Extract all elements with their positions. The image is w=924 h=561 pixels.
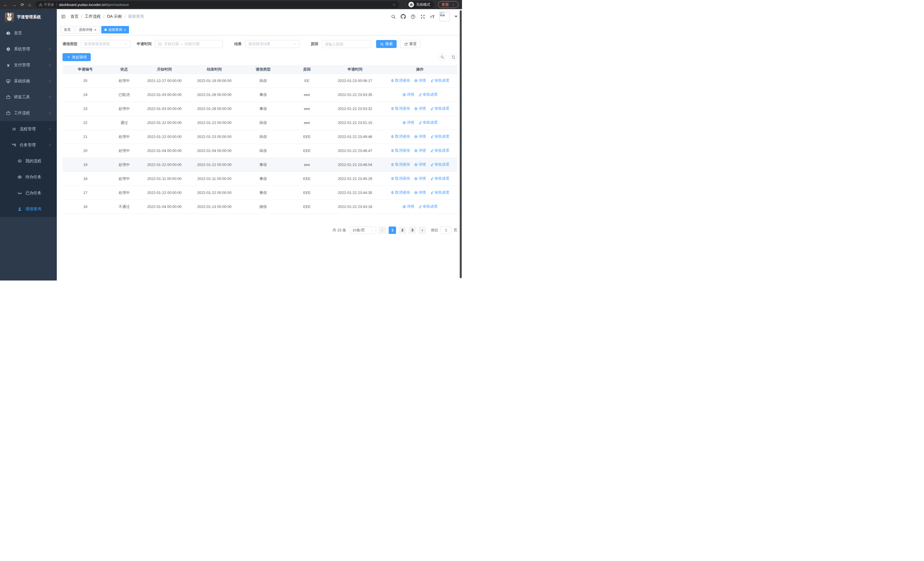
action-progress[interactable]: 审批进度 <box>430 162 450 167</box>
action-detail[interactable]: 详情 <box>414 148 426 153</box>
github-icon[interactable] <box>400 14 406 19</box>
table-refresh-icon[interactable] <box>450 53 458 61</box>
apply-time-range-picker[interactable]: 开始日期 - 结束日期 <box>155 40 223 48</box>
sidebar-item-label: 系统管理 <box>14 47 30 52</box>
action-progress[interactable]: 审批进度 <box>430 176 450 181</box>
action-cancel[interactable]: 取消请假 <box>391 190 410 195</box>
action-progress[interactable]: 审批进度 <box>430 78 450 83</box>
tab-请假查询[interactable]: 请假查询× <box>101 26 129 33</box>
action-cancel[interactable]: 取消请假 <box>391 106 410 111</box>
goto-page-input[interactable] <box>440 227 452 234</box>
table-cell: 2021-12-27 00:00:00 <box>140 74 189 88</box>
browser-update-button[interactable]: 更新 ⋮ <box>438 1 459 8</box>
create-leave-button[interactable]: ＋ 发起请假 <box>63 53 91 61</box>
help-icon[interactable] <box>411 14 416 19</box>
view-icon <box>414 191 418 194</box>
table-cell: 病假 <box>240 130 286 144</box>
action-detail[interactable]: 详情 <box>414 134 426 139</box>
leave-type-select[interactable]: 请选择请假类型 <box>81 40 130 48</box>
table-row: 17处理中2022-01-22 00:00:002022-01-22 00:00… <box>63 186 458 200</box>
sidebar-item-done-tasks[interactable]: 已办任务 <box>0 185 57 201</box>
action-progress[interactable]: 审批进度 <box>418 120 438 125</box>
user-icon <box>17 207 22 211</box>
sidebar-item-process-mgmt[interactable]: 流程管理 <box>0 121 57 137</box>
sidebar-item-workflow[interactable]: 工作流程 <box>0 105 57 121</box>
tab-流程详情[interactable]: 流程详情× <box>76 26 100 33</box>
bookmark-star-icon[interactable]: ☆ <box>392 2 396 7</box>
table-search-icon[interactable] <box>438 53 446 61</box>
page-button-2[interactable]: 2 <box>399 227 406 234</box>
sidebar-item-home[interactable]: 首页 <box>0 25 57 41</box>
browser-menu-icon[interactable]: ⋮ <box>452 3 455 7</box>
avatar-caret-icon[interactable] <box>454 16 458 17</box>
home-icon[interactable]: ⌂ <box>28 3 31 7</box>
page-button-3[interactable]: 3 <box>409 227 416 234</box>
forward-icon[interactable]: → <box>12 3 16 7</box>
result-select[interactable]: 请选择流结果 <box>245 40 299 48</box>
table-cell: eee <box>286 158 328 171</box>
url-bar[interactable]: 不安全 dashboard.yudao.iocoder.cn/bpm/oa/le… <box>35 1 399 8</box>
breadcrumb-item: 请假查询 <box>128 14 144 19</box>
breadcrumb-item[interactable]: 工作流程 <box>85 14 101 19</box>
action-progress[interactable]: 审批进度 <box>430 148 450 153</box>
close-icon[interactable]: × <box>94 28 96 32</box>
sidebar-item-todo-tasks[interactable]: 待办任务 <box>0 169 57 185</box>
action-detail[interactable]: 详情 <box>402 204 414 209</box>
table-cell: 处理中 <box>108 144 140 158</box>
fullscreen-icon[interactable] <box>420 14 425 19</box>
reload-icon[interactable]: ⟳ <box>21 3 24 7</box>
reset-button[interactable]: 重置 <box>400 40 421 48</box>
font-size-icon[interactable]: TT <box>430 14 435 19</box>
action-detail[interactable]: 详情 <box>414 78 426 83</box>
breadcrumb-item[interactable]: 首页 <box>70 14 78 19</box>
prev-page-button[interactable]: ‹ <box>379 227 386 234</box>
sidebar-item-leave-query[interactable]: 请假查询 <box>0 201 57 217</box>
breadcrumb-item[interactable]: OA 示例 <box>107 14 122 19</box>
sidebar-item-payment[interactable]: ¥支付管理 <box>0 57 57 73</box>
action-detail[interactable]: 详情 <box>414 190 426 195</box>
tab-首页[interactable]: 首页 <box>61 26 74 33</box>
search-icon[interactable] <box>391 14 396 19</box>
sidebar-item-infra[interactable]: 基础设施 <box>0 73 57 89</box>
action-cancel[interactable]: 取消请假 <box>391 176 410 181</box>
sidebar-item-my-process[interactable]: 我的流程 <box>0 153 57 169</box>
action-progress[interactable]: 审批进度 <box>430 134 450 139</box>
table-cell: 2022-01-22 00:00:00 <box>140 158 189 171</box>
action-detail[interactable]: 详情 <box>402 120 414 125</box>
sidebar-item-system[interactable]: 系统管理 <box>0 41 57 57</box>
action-progress[interactable]: 审批进度 <box>418 204 438 209</box>
chevron-down-icon <box>48 47 52 51</box>
action-detail[interactable]: 详情 <box>414 162 426 167</box>
page-buttons: 123 <box>388 227 416 234</box>
close-icon[interactable]: × <box>124 28 126 32</box>
action-cancel[interactable]: 取消请假 <box>391 134 410 139</box>
page-button-1[interactable]: 1 <box>388 227 396 234</box>
reason-input[interactable] <box>325 42 368 46</box>
table-cell: 22 <box>63 116 108 130</box>
action-progress[interactable]: 审批进度 <box>430 190 450 195</box>
action-detail[interactable]: 详情 <box>402 92 414 97</box>
action-cancel[interactable]: 取消请假 <box>391 148 410 153</box>
avatar[interactable] <box>440 12 450 21</box>
sidebar-item-devtools[interactable]: 研发工具 <box>0 89 57 105</box>
action-cancel[interactable]: 取消请假 <box>391 162 410 167</box>
action-detail[interactable]: 详情 <box>414 106 426 111</box>
sidebar-item-task-mgmt[interactable]: 任务管理 <box>0 137 57 153</box>
view-icon <box>402 121 406 125</box>
action-progress[interactable]: 审批进度 <box>418 92 438 97</box>
leave-table: 申请编号状态开始时间结束时间请假类型原因申请时间操作 25处理中2021-12-… <box>63 65 458 214</box>
action-cancel[interactable]: 取消请假 <box>391 78 410 83</box>
table-cell: 2022-01-23 00:00:00 <box>189 130 240 144</box>
back-icon[interactable]: ← <box>3 3 8 7</box>
search-button[interactable]: 搜索 <box>376 40 397 48</box>
action-progress[interactable]: 审批进度 <box>430 106 450 111</box>
page-scrollbar[interactable] <box>460 10 462 278</box>
action-detail[interactable]: 详情 <box>414 176 426 181</box>
next-page-button[interactable]: › <box>418 227 426 234</box>
table-cell: 2022-01-22 00:00:00 <box>140 186 189 200</box>
table-cell: 病假 <box>240 116 286 130</box>
security-warning[interactable]: 不安全 <box>39 2 54 7</box>
trash-icon <box>391 107 394 111</box>
sidebar-collapse-icon[interactable] <box>61 14 66 19</box>
page-size-select[interactable]: 10条/页 <box>350 227 376 234</box>
